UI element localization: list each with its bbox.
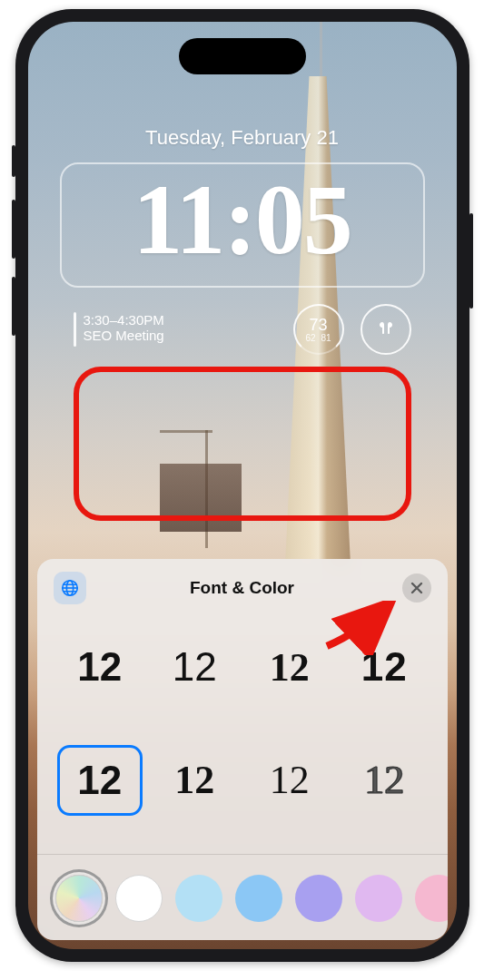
weather-range: 62 81 — [305, 333, 331, 343]
annotation-highlight-box — [74, 367, 411, 521]
font-option-f5[interactable]: 12 — [57, 745, 143, 816]
volume-up-button[interactable] — [12, 200, 15, 259]
font-option-f1[interactable]: 12 — [57, 632, 143, 702]
weather-widget[interactable]: 73 62 81 — [293, 304, 344, 355]
widget-row[interactable]: 3:30–4:30PM SEO Meeting 73 62 81 — [74, 304, 411, 355]
volume-down-button[interactable] — [12, 277, 15, 336]
calendar-accent-bar — [74, 312, 76, 347]
color-row — [37, 860, 448, 940]
color-swatch-lavender[interactable] — [355, 875, 402, 922]
dynamic-island — [179, 38, 306, 74]
airpods-icon — [375, 318, 397, 340]
calendar-time: 3:30–4:30PM — [84, 312, 164, 328]
screen: Tuesday, February 21 11:05 3:30–4:30PM S… — [28, 22, 457, 949]
font-option-f7[interactable]: 12 — [247, 745, 333, 816]
power-button[interactable] — [469, 213, 473, 309]
airpods-widget[interactable] — [361, 304, 411, 355]
color-swatch-blue[interactable] — [235, 875, 282, 922]
panel-divider — [37, 854, 448, 855]
font-option-f8[interactable]: 12 — [341, 745, 428, 816]
font-option-f2[interactable]: 12 — [152, 632, 238, 702]
lockscreen-date[interactable]: Tuesday, February 21 — [28, 126, 457, 150]
globe-icon — [60, 578, 80, 598]
lockscreen-time: 11:05 — [65, 170, 420, 270]
close-button[interactable] — [402, 573, 431, 603]
color-swatch-light-blue[interactable] — [175, 875, 222, 922]
panel-header: Font & Color — [37, 559, 448, 612]
font-option-f6[interactable]: 12 — [152, 745, 238, 816]
weather-temp: 73 — [309, 317, 327, 333]
close-icon — [410, 582, 423, 594]
color-swatch-purple[interactable] — [295, 875, 342, 922]
color-swatch-pink[interactable] — [415, 875, 448, 922]
color-swatch-white[interactable] — [115, 875, 163, 922]
weather-high: 81 — [321, 333, 331, 343]
mute-switch[interactable] — [12, 145, 15, 177]
font-option-f3[interactable]: 12 — [247, 632, 333, 702]
font-option-f4[interactable]: 12 — [341, 632, 428, 702]
calendar-title: SEO Meeting — [84, 328, 164, 343]
calendar-widget[interactable]: 3:30–4:30PM SEO Meeting — [74, 312, 277, 347]
color-swatch-rainbow[interactable] — [55, 875, 103, 922]
panel-title: Font & Color — [37, 578, 448, 598]
weather-low: 62 — [305, 333, 315, 343]
globe-button[interactable] — [54, 572, 86, 604]
iphone-frame: Tuesday, February 21 11:05 3:30–4:30PM S… — [15, 9, 469, 962]
font-grid: 1212121212121212 — [37, 612, 448, 848]
font-color-panel: Font & Color 1212121212121212 — [37, 559, 448, 940]
clock-edit-frame[interactable]: 11:05 — [60, 162, 425, 288]
